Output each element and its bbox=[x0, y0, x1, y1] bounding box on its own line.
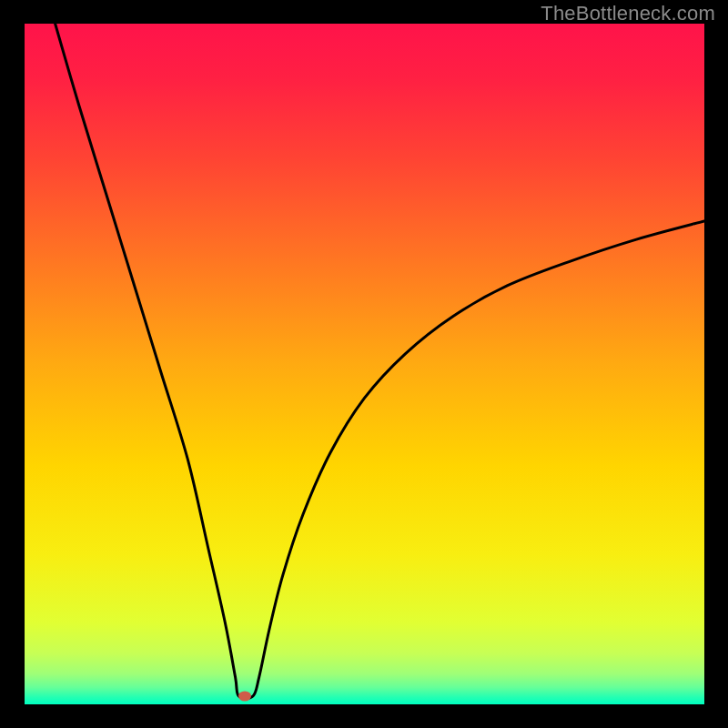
plot-area bbox=[25, 24, 704, 704]
bottleneck-curve bbox=[25, 24, 704, 704]
vertex-marker bbox=[238, 692, 251, 702]
chart-frame: TheBottleneck.com bbox=[0, 0, 728, 728]
watermark-text: TheBottleneck.com bbox=[541, 2, 715, 25]
